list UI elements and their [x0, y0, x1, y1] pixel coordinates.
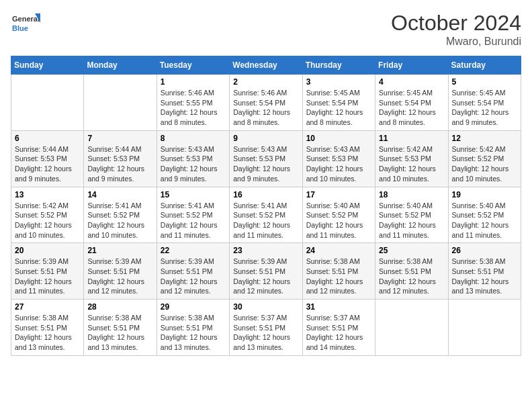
calendar-cell: 1 Sunrise: 5:46 AMSunset: 5:55 PMDayligh… — [157, 75, 229, 131]
calendar-cell: 31 Sunrise: 5:37 AMSunset: 5:51 PMDaylig… — [302, 300, 375, 356]
day-info: Sunrise: 5:45 AMSunset: 5:54 PMDaylight:… — [452, 89, 509, 126]
day-number: 18 — [379, 190, 444, 199]
calendar-cell: 15 Sunrise: 5:41 AMSunset: 5:52 PMDaylig… — [157, 187, 229, 243]
day-info: Sunrise: 5:43 AMSunset: 5:53 PMDaylight:… — [161, 145, 218, 183]
day-info: Sunrise: 5:37 AMSunset: 5:51 PMDaylight:… — [306, 314, 363, 351]
calendar-week-row: 27 Sunrise: 5:38 AMSunset: 5:51 PMDaylig… — [11, 300, 521, 356]
day-number: 4 — [379, 77, 444, 87]
day-info: Sunrise: 5:42 AMSunset: 5:53 PMDaylight:… — [379, 145, 436, 183]
weekday-header-sunday: Sunday — [11, 56, 84, 75]
calendar-cell: 17 Sunrise: 5:40 AMSunset: 5:52 PMDaylig… — [302, 187, 375, 243]
calendar-cell: 13 Sunrise: 5:42 AMSunset: 5:52 PMDaylig… — [11, 187, 84, 243]
day-number: 6 — [15, 134, 80, 143]
day-info: Sunrise: 5:41 AMSunset: 5:52 PMDaylight:… — [161, 201, 218, 239]
calendar-cell: 28 Sunrise: 5:38 AMSunset: 5:51 PMDaylig… — [84, 300, 157, 356]
day-number: 3 — [306, 77, 371, 87]
title-block: October 2024 Mwaro, Burundi — [391, 11, 521, 48]
day-info: Sunrise: 5:38 AMSunset: 5:51 PMDaylight:… — [379, 257, 436, 295]
calendar-week-row: 6 Sunrise: 5:44 AMSunset: 5:53 PMDayligh… — [11, 130, 521, 187]
day-number: 26 — [452, 246, 517, 255]
weekday-header-row: SundayMondayTuesdayWednesdayThursdayFrid… — [11, 56, 521, 75]
day-info: Sunrise: 5:39 AMSunset: 5:51 PMDaylight:… — [161, 257, 218, 295]
day-number: 12 — [452, 134, 517, 143]
day-info: Sunrise: 5:41 AMSunset: 5:52 PMDaylight:… — [233, 201, 290, 239]
day-number: 16 — [233, 190, 298, 199]
calendar-cell: 27 Sunrise: 5:38 AMSunset: 5:51 PMDaylig… — [11, 300, 84, 356]
weekday-header-tuesday: Tuesday — [157, 56, 229, 75]
day-number: 2 — [233, 77, 298, 87]
day-number: 7 — [87, 134, 152, 143]
day-number: 19 — [452, 190, 517, 199]
day-number: 23 — [233, 246, 298, 255]
calendar-cell — [11, 75, 84, 131]
day-info: Sunrise: 5:43 AMSunset: 5:53 PMDaylight:… — [233, 145, 290, 183]
logo: General Blue — [11, 11, 40, 40]
day-info: Sunrise: 5:40 AMSunset: 5:52 PMDaylight:… — [306, 201, 363, 239]
day-info: Sunrise: 5:44 AMSunset: 5:53 PMDaylight:… — [15, 145, 72, 183]
svg-text:Blue: Blue — [12, 24, 28, 32]
day-info: Sunrise: 5:42 AMSunset: 5:52 PMDaylight:… — [15, 201, 72, 239]
calendar-cell: 25 Sunrise: 5:38 AMSunset: 5:51 PMDaylig… — [375, 243, 448, 300]
calendar-cell: 6 Sunrise: 5:44 AMSunset: 5:53 PMDayligh… — [11, 130, 84, 187]
day-info: Sunrise: 5:38 AMSunset: 5:51 PMDaylight:… — [15, 314, 72, 351]
day-info: Sunrise: 5:42 AMSunset: 5:52 PMDaylight:… — [452, 145, 509, 183]
day-number: 9 — [233, 134, 298, 143]
calendar-cell: 10 Sunrise: 5:43 AMSunset: 5:53 PMDaylig… — [302, 130, 375, 187]
calendar-cell: 12 Sunrise: 5:42 AMSunset: 5:52 PMDaylig… — [448, 130, 521, 187]
calendar-cell: 2 Sunrise: 5:46 AMSunset: 5:54 PMDayligh… — [230, 75, 302, 131]
day-number: 20 — [15, 246, 80, 255]
day-number: 24 — [306, 246, 371, 255]
day-number: 13 — [15, 190, 80, 199]
day-number: 14 — [87, 190, 152, 199]
weekday-header-thursday: Thursday — [302, 56, 375, 75]
location-title: Mwaro, Burundi — [391, 36, 521, 48]
weekday-header-monday: Monday — [84, 56, 157, 75]
calendar-cell — [448, 300, 521, 356]
calendar-cell: 21 Sunrise: 5:39 AMSunset: 5:51 PMDaylig… — [84, 243, 157, 300]
calendar-week-row: 1 Sunrise: 5:46 AMSunset: 5:55 PMDayligh… — [11, 75, 521, 131]
page-header: General Blue October 2024 Mwaro, Burundi — [11, 11, 521, 48]
day-number: 29 — [161, 302, 226, 312]
calendar-cell: 8 Sunrise: 5:43 AMSunset: 5:53 PMDayligh… — [157, 130, 229, 187]
day-number: 10 — [306, 134, 371, 143]
day-info: Sunrise: 5:38 AMSunset: 5:51 PMDaylight:… — [306, 257, 363, 295]
calendar-cell: 22 Sunrise: 5:39 AMSunset: 5:51 PMDaylig… — [157, 243, 229, 300]
day-info: Sunrise: 5:39 AMSunset: 5:51 PMDaylight:… — [87, 257, 144, 295]
day-number: 22 — [161, 246, 226, 255]
calendar-cell — [84, 75, 157, 131]
day-number: 5 — [452, 77, 517, 87]
day-number: 25 — [379, 246, 444, 255]
day-info: Sunrise: 5:38 AMSunset: 5:51 PMDaylight:… — [161, 314, 218, 351]
day-number: 27 — [15, 302, 80, 312]
day-info: Sunrise: 5:38 AMSunset: 5:51 PMDaylight:… — [452, 257, 509, 295]
calendar-cell: 20 Sunrise: 5:39 AMSunset: 5:51 PMDaylig… — [11, 243, 84, 300]
calendar-cell: 29 Sunrise: 5:38 AMSunset: 5:51 PMDaylig… — [157, 300, 229, 356]
calendar-cell: 16 Sunrise: 5:41 AMSunset: 5:52 PMDaylig… — [230, 187, 302, 243]
calendar-cell: 23 Sunrise: 5:39 AMSunset: 5:51 PMDaylig… — [230, 243, 302, 300]
calendar-cell: 24 Sunrise: 5:38 AMSunset: 5:51 PMDaylig… — [302, 243, 375, 300]
day-info: Sunrise: 5:37 AMSunset: 5:51 PMDaylight:… — [233, 314, 290, 351]
day-info: Sunrise: 5:44 AMSunset: 5:53 PMDaylight:… — [87, 145, 144, 183]
calendar-cell: 11 Sunrise: 5:42 AMSunset: 5:53 PMDaylig… — [375, 130, 448, 187]
logo-icon: General Blue — [11, 11, 40, 40]
month-title: October 2024 — [391, 11, 521, 36]
calendar-cell: 30 Sunrise: 5:37 AMSunset: 5:51 PMDaylig… — [230, 300, 302, 356]
calendar-cell: 3 Sunrise: 5:45 AMSunset: 5:54 PMDayligh… — [302, 75, 375, 131]
day-info: Sunrise: 5:39 AMSunset: 5:51 PMDaylight:… — [15, 257, 72, 295]
calendar-cell: 18 Sunrise: 5:40 AMSunset: 5:52 PMDaylig… — [375, 187, 448, 243]
day-info: Sunrise: 5:40 AMSunset: 5:52 PMDaylight:… — [452, 201, 509, 239]
calendar-table: SundayMondayTuesdayWednesdayThursdayFrid… — [11, 56, 521, 356]
calendar-cell: 19 Sunrise: 5:40 AMSunset: 5:52 PMDaylig… — [448, 187, 521, 243]
day-info: Sunrise: 5:41 AMSunset: 5:52 PMDaylight:… — [87, 201, 144, 239]
calendar-cell: 14 Sunrise: 5:41 AMSunset: 5:52 PMDaylig… — [84, 187, 157, 243]
day-info: Sunrise: 5:39 AMSunset: 5:51 PMDaylight:… — [233, 257, 290, 295]
day-number: 8 — [161, 134, 226, 143]
weekday-header-wednesday: Wednesday — [230, 56, 302, 75]
calendar-cell: 4 Sunrise: 5:45 AMSunset: 5:54 PMDayligh… — [375, 75, 448, 131]
weekday-header-friday: Friday — [375, 56, 448, 75]
day-number: 15 — [161, 190, 226, 199]
calendar-week-row: 13 Sunrise: 5:42 AMSunset: 5:52 PMDaylig… — [11, 187, 521, 243]
calendar-cell: 7 Sunrise: 5:44 AMSunset: 5:53 PMDayligh… — [84, 130, 157, 187]
day-info: Sunrise: 5:45 AMSunset: 5:54 PMDaylight:… — [306, 89, 363, 126]
day-number: 28 — [87, 302, 152, 312]
